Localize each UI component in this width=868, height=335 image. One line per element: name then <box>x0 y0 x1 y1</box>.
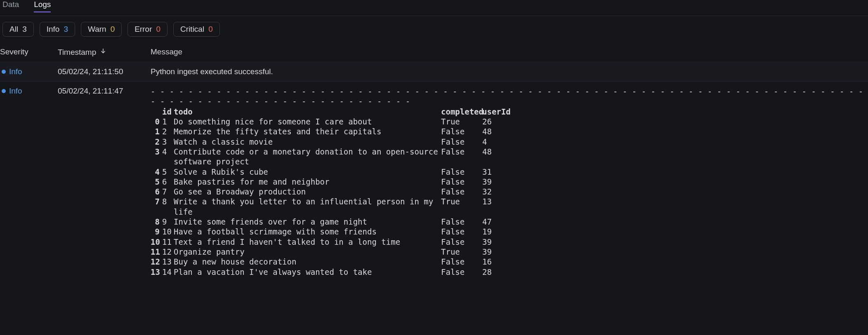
filter-label: Error <box>134 25 152 34</box>
df-id: 8 <box>162 197 174 217</box>
df-userid: 19 <box>482 227 505 237</box>
df-id: 13 <box>162 257 174 267</box>
tab-data[interactable]: Data <box>2 0 19 12</box>
df-idx: 4 <box>151 167 162 177</box>
df-completed: False <box>441 137 482 147</box>
df-header-userid: userId <box>482 107 505 117</box>
col-message[interactable]: Message <box>151 47 868 57</box>
filter-info[interactable]: Info 3 <box>40 22 75 37</box>
df-userid: 28 <box>482 267 505 277</box>
filter-label: Warn <box>88 25 106 34</box>
df-todo: Organize pantry <box>174 247 441 257</box>
df-todo: Bake pastries for me and neighbor <box>174 177 441 187</box>
df-id: 9 <box>162 217 174 227</box>
timestamp-cell: 05/02/24, 21:11:50 <box>58 67 151 76</box>
df-userid: 26 <box>482 117 505 127</box>
df-idx: 10 <box>151 237 162 247</box>
df-todo: Memorize the fifty states and their capi… <box>174 127 441 136</box>
df-idx: 3 <box>151 147 162 167</box>
df-header-idx <box>151 107 162 117</box>
df-completed: False <box>441 167 482 177</box>
df-userid: 4 <box>482 137 505 147</box>
filter-warn[interactable]: Warn 0 <box>81 22 122 37</box>
df-id: 4 <box>162 147 174 167</box>
filter-error[interactable]: Error 0 <box>127 22 167 37</box>
filter-count: 0 <box>156 25 161 34</box>
df-idx: 11 <box>151 247 162 257</box>
df-todo: Text a friend I haven't talked to in a l… <box>174 237 441 247</box>
df-userid: 48 <box>482 147 505 167</box>
df-completed: False <box>441 257 482 267</box>
df-todo: Go see a Broadway production <box>174 187 441 197</box>
filter-critical[interactable]: Critical 0 <box>173 22 220 37</box>
df-id: 2 <box>162 127 174 136</box>
df-idx: 6 <box>151 187 162 197</box>
severity-dot-icon <box>2 89 6 93</box>
df-id: 11 <box>162 237 174 247</box>
message-cell: - - - - - - - - - - - - - - - - - - - - … <box>151 87 868 277</box>
filter-label: Info <box>47 25 60 34</box>
message-cell: Python ingest executed successful. <box>151 67 868 76</box>
df-todo: Contribute code or a monetary donation t… <box>174 147 441 167</box>
timestamp-cell: 05/02/24, 21:11:47 <box>58 87 151 96</box>
df-idx: 9 <box>151 227 162 237</box>
filter-label: Critical <box>180 25 204 34</box>
df-idx: 0 <box>151 117 162 127</box>
arrow-down-icon <box>99 47 107 57</box>
df-userid: 32 <box>482 187 505 197</box>
severity-cell: Info <box>0 87 58 96</box>
df-id: 6 <box>162 177 174 187</box>
df-userid: 16 <box>482 257 505 267</box>
df-userid: 47 <box>482 217 505 227</box>
df-completed: False <box>441 177 482 187</box>
df-id: 1 <box>162 117 174 127</box>
df-id: 14 <box>162 267 174 277</box>
log-row[interactable]: Info 05/02/24, 21:11:50 Python ingest ex… <box>0 62 868 81</box>
df-userid: 48 <box>482 127 505 136</box>
df-completed: True <box>441 117 482 127</box>
df-todo: Plan a vacation I've always wanted to ta… <box>174 267 441 277</box>
df-idx: 12 <box>151 257 162 267</box>
df-todo: Invite some friends over for a game nigh… <box>174 217 441 227</box>
log-row[interactable]: Info 05/02/24, 21:11:47 - - - - - - - - … <box>0 81 868 282</box>
df-completed: False <box>441 147 482 167</box>
log-column-header: Severity Timestamp Message <box>0 42 868 62</box>
df-idx: 13 <box>151 267 162 277</box>
filter-count: 3 <box>64 25 68 34</box>
col-severity[interactable]: Severity <box>0 47 58 57</box>
df-header-completed: completed <box>441 107 482 117</box>
df-userid: 39 <box>482 177 505 187</box>
df-id: 5 <box>162 167 174 177</box>
df-completed: False <box>441 237 482 247</box>
tab-logs[interactable]: Logs <box>34 0 51 12</box>
filter-count: 0 <box>208 25 213 34</box>
divider-dashes: - - - - - - - - - - - - - - - - - - - - … <box>151 96 415 106</box>
df-id: 7 <box>162 187 174 197</box>
severity-label: Info <box>9 87 22 96</box>
df-header-id: id <box>162 107 174 117</box>
col-timestamp[interactable]: Timestamp <box>58 47 151 57</box>
df-userid: 39 <box>482 247 505 257</box>
df-id: 12 <box>162 247 174 257</box>
df-idx: 1 <box>151 127 162 136</box>
severity-cell: Info <box>0 67 58 76</box>
df-userid: 39 <box>482 237 505 247</box>
df-idx: 7 <box>151 197 162 217</box>
df-idx: 8 <box>151 217 162 227</box>
filter-all[interactable]: All 3 <box>2 22 34 37</box>
df-idx: 5 <box>151 177 162 187</box>
df-completed: False <box>441 267 482 277</box>
df-todo: Have a football scrimmage with some frie… <box>174 227 441 237</box>
df-completed: False <box>441 217 482 227</box>
severity-label: Info <box>9 67 22 76</box>
filter-count: 3 <box>22 25 27 34</box>
filter-bar: All 3 Info 3 Warn 0 Error 0 Critical 0 <box>0 16 868 42</box>
tab-bar: Data Logs <box>0 0 868 16</box>
df-completed: False <box>441 227 482 237</box>
df-completed: False <box>441 187 482 197</box>
col-timestamp-label: Timestamp <box>58 48 96 57</box>
df-id: 10 <box>162 227 174 237</box>
filter-label: All <box>9 25 18 34</box>
filter-count: 0 <box>111 25 115 34</box>
df-completed: True <box>441 197 482 217</box>
